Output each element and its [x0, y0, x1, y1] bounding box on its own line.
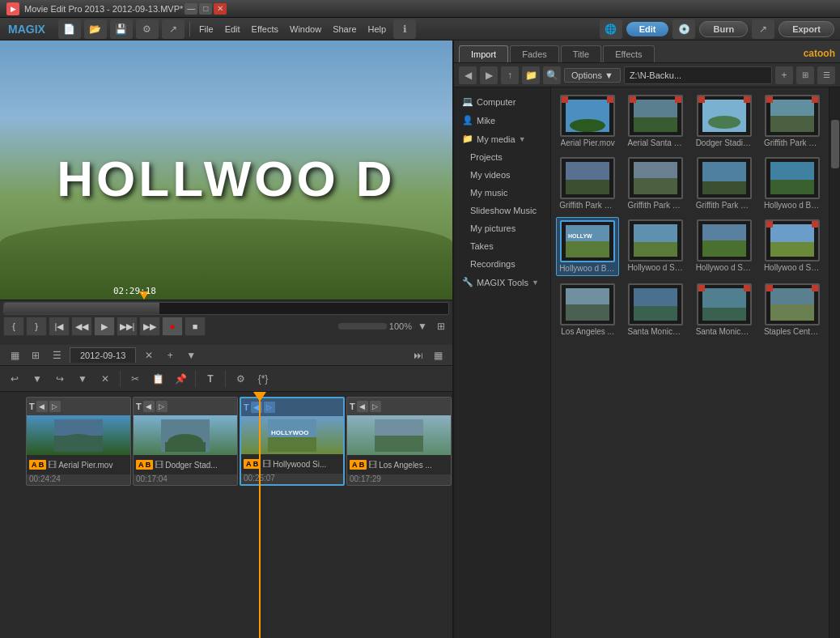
clip-los-angeles[interactable]: T ◀ ▷ A B 🎞: [346, 397, 452, 486]
disc-icon[interactable]: 💿: [672, 19, 695, 39]
thumb-aerial-santa[interactable]: Aerial Santa M...: [624, 92, 687, 150]
close-tab-icon[interactable]: ✕: [141, 347, 157, 364]
play-button[interactable]: ▶: [94, 317, 115, 336]
details-icon[interactable]: ▦: [430, 347, 446, 364]
thumb-griffith-2m[interactable]: Griffith Park 2.m...: [624, 155, 687, 212]
list-view-button[interactable]: ☰: [817, 66, 835, 84]
minimize-button[interactable]: —: [185, 3, 197, 15]
zoom-expand-icon[interactable]: ⊞: [433, 318, 449, 334]
info-icon[interactable]: ℹ: [393, 19, 416, 39]
rewind-button[interactable]: ◀◀: [71, 317, 92, 336]
tab-effects[interactable]: Effects: [603, 45, 654, 62]
help-menu[interactable]: Help: [363, 22, 392, 36]
thumb-griffith-1m[interactable]: Griffith Park 1.m...: [556, 155, 619, 212]
open-icon[interactable]: 📂: [84, 19, 107, 39]
fx-button[interactable]: {*}: [253, 369, 273, 389]
text-button[interactable]: T: [201, 369, 220, 389]
effects-button[interactable]: ⚙: [231, 369, 250, 389]
save-icon[interactable]: 💾: [110, 19, 133, 39]
settings-icon[interactable]: ⚙: [136, 19, 159, 39]
paste-button[interactable]: 📌: [171, 369, 190, 389]
edit-menu[interactable]: Edit: [220, 22, 245, 36]
timeline-tab[interactable]: 2012-09-13: [70, 347, 136, 363]
close-button[interactable]: ✕: [214, 3, 227, 15]
mark-in-button[interactable]: {: [3, 317, 24, 336]
thumb-hollywood-sign-3[interactable]: Hollywoo d Sign 3...: [693, 217, 756, 276]
tree-my-music[interactable]: My music: [454, 184, 550, 202]
transport-timeline[interactable]: [3, 302, 449, 315]
skip-end-icon[interactable]: ⏭: [410, 347, 426, 364]
redo-step-icon[interactable]: ▼: [73, 369, 92, 389]
grid-view-button[interactable]: ⊞: [796, 66, 814, 84]
folder-button[interactable]: 📁: [522, 66, 540, 84]
thumb-aerial-pier[interactable]: Aerial Pier.mov: [556, 92, 619, 150]
fast-forward-button[interactable]: ▶▶: [139, 317, 160, 336]
thumb-staples-centre[interactable]: Staples Centre...: [761, 281, 824, 338]
thumb-los-angeles[interactable]: Los Angeles ...: [556, 281, 619, 338]
globe-icon[interactable]: 🌐: [600, 19, 622, 39]
view-icon[interactable]: ▦: [6, 347, 23, 364]
thumb-hollywood-sign-2[interactable]: Hollywoo d Sign 2...: [624, 217, 687, 276]
clip-hollywood-sign[interactable]: T ◀ ▷ HOLLYWOO A B 🎞: [240, 397, 345, 486]
prev-mark-button[interactable]: |◀: [49, 317, 70, 336]
copy-button[interactable]: 📋: [148, 369, 168, 389]
export-icon[interactable]: ↗: [752, 19, 774, 39]
tree-my-pictures[interactable]: My pictures: [454, 219, 550, 237]
thumb-santa-monica-2[interactable]: Santa Monica ...: [693, 281, 756, 338]
undo-step-icon[interactable]: ▼: [28, 369, 47, 389]
export-button[interactable]: Export: [778, 21, 834, 37]
forward-button[interactable]: ▶▶|: [117, 317, 138, 336]
tab-fades[interactable]: Fades: [510, 45, 559, 62]
effects-menu[interactable]: Effects: [247, 22, 283, 36]
file-menu[interactable]: File: [194, 22, 218, 36]
tree-my-media[interactable]: 📁 My media ▼: [454, 130, 550, 148]
clip-aerial-pier[interactable]: T ◀ ▷ A B 🎞: [26, 397, 131, 486]
grid-icon[interactable]: ⊞: [28, 347, 44, 364]
zoom-slider[interactable]: [338, 323, 387, 330]
tree-my-videos[interactable]: My videos: [454, 166, 550, 184]
back-button[interactable]: ◀: [459, 66, 477, 84]
options-dropdown[interactable]: Options ▼: [564, 68, 621, 83]
tree-projects[interactable]: Projects: [454, 148, 550, 166]
zoom-dropdown-icon[interactable]: ▼: [414, 318, 431, 334]
pointer-icon[interactable]: ↗: [162, 19, 185, 39]
thumb-hollywood-sign[interactable]: Hollywoo d Sign...: [761, 217, 824, 276]
clip-dodger-stadium[interactable]: T ◀ ▷ A B 🎞: [133, 397, 238, 486]
forward-button[interactable]: ▶: [480, 66, 498, 84]
up-button[interactable]: ↑: [501, 66, 519, 84]
cut-button[interactable]: ✂: [125, 369, 145, 389]
mark-out-button[interactable]: }: [26, 317, 47, 336]
tree-computer[interactable]: 💻 Computer: [454, 92, 550, 111]
new-icon[interactable]: 📄: [58, 19, 81, 39]
tree-slideshow-music[interactable]: Slideshow Music: [454, 202, 550, 219]
thumb-griffith-3m[interactable]: Griffith Park 3.m...: [693, 155, 756, 212]
thumb-santa-monica-1[interactable]: Santa Monica ...: [624, 281, 687, 338]
maximize-button[interactable]: □: [199, 3, 212, 15]
redo-button[interactable]: ↪: [50, 369, 70, 389]
thumb-dodger-stadium[interactable]: Dodger Stadium...: [693, 92, 756, 150]
scrollbar-thumb[interactable]: [831, 120, 839, 168]
add-tab-icon[interactable]: +: [162, 347, 178, 364]
delete-button[interactable]: ✕: [95, 369, 115, 389]
list-icon[interactable]: ☰: [49, 347, 65, 364]
tab-title[interactable]: Title: [561, 45, 601, 62]
edit-button[interactable]: Edit: [626, 22, 669, 36]
undo-button[interactable]: ↩: [5, 369, 24, 389]
thumb-hollywood-bowl-4[interactable]: HOLLYW Hollywoo d Bowl 4.mov: [556, 217, 619, 276]
window-menu[interactable]: Window: [285, 22, 326, 36]
record-button[interactable]: ●: [162, 317, 183, 336]
add-button[interactable]: +: [775, 66, 793, 84]
share-menu[interactable]: Share: [328, 22, 361, 36]
thumb-hollywood-bowl-1[interactable]: Hollywoo d Bowl 1...: [761, 155, 824, 212]
burn-button[interactable]: Burn: [699, 21, 748, 37]
browser-scrollbar[interactable]: [829, 87, 840, 638]
tab-menu-icon[interactable]: ▼: [183, 347, 199, 364]
thumb-griffith-park-1[interactable]: Griffith Park 1(1)...: [761, 92, 824, 150]
tree-takes[interactable]: Takes: [454, 237, 550, 255]
tab-import[interactable]: Import: [459, 45, 508, 62]
tree-recordings[interactable]: Recordings: [454, 255, 550, 273]
tree-mike[interactable]: 👤 Mike: [454, 111, 550, 130]
tree-magix-tools[interactable]: 🔧 MAGIX Tools ▼: [454, 273, 550, 291]
search-button[interactable]: 🔍: [543, 66, 561, 84]
stop-button[interactable]: ■: [185, 317, 206, 336]
